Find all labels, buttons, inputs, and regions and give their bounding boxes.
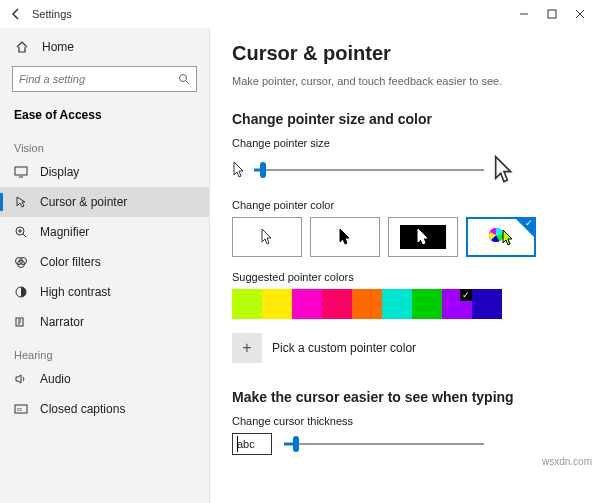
cursor-icon [14, 195, 28, 209]
pointer-color-label: Change pointer color [232, 199, 578, 211]
section-heading-size-color: Change pointer size and color [232, 111, 578, 127]
custom-color-button[interactable]: + [232, 333, 262, 363]
cursor-preview-text: abc [237, 438, 255, 450]
cc-icon: cc [14, 402, 28, 416]
nav-label: Magnifier [40, 225, 89, 239]
custom-color-label: Pick a custom pointer color [272, 341, 416, 355]
nav-color-filters[interactable]: Color filters [0, 247, 209, 277]
nav-label: Narrator [40, 315, 84, 329]
pointer-color-white[interactable] [232, 217, 302, 257]
svg-text:cc: cc [17, 406, 23, 412]
page-description: Make pointer, cursor, and touch feedback… [232, 75, 578, 87]
nav-narrator[interactable]: Narrator [0, 307, 209, 337]
nav-cursor-pointer[interactable]: Cursor & pointer [0, 187, 209, 217]
maximize-button[interactable] [538, 0, 566, 28]
color-swatch[interactable] [472, 289, 502, 319]
pointer-color-custom[interactable]: ✓ [466, 217, 536, 257]
contrast-icon [14, 285, 28, 299]
pointer-color-black[interactable] [310, 217, 380, 257]
cursor-thickness-label: Change cursor thickness [232, 415, 578, 427]
window-controls [510, 0, 594, 28]
nav-label: Audio [40, 372, 71, 386]
nav-label: Cursor & pointer [40, 195, 127, 209]
search-box[interactable] [12, 66, 197, 92]
check-icon: ✓ [460, 289, 472, 301]
titlebar: Settings [0, 0, 600, 28]
svg-point-2 [180, 75, 187, 82]
nav-label: High contrast [40, 285, 111, 299]
section-heading-cursor: Make the cursor easier to see when typin… [232, 389, 578, 405]
nav-label: Closed captions [40, 402, 125, 416]
nav-display[interactable]: Display [0, 157, 209, 187]
page-title: Cursor & pointer [232, 42, 578, 65]
pointer-size-slider[interactable] [254, 161, 484, 179]
close-button[interactable] [566, 0, 594, 28]
nav-audio[interactable]: Audio [0, 364, 209, 394]
svg-line-7 [23, 234, 26, 237]
svg-rect-1 [548, 10, 556, 18]
group-header-hearing: Hearing [0, 337, 209, 364]
svg-line-3 [186, 81, 189, 84]
nav-closed-captions[interactable]: cc Closed captions [0, 394, 209, 424]
back-button[interactable] [6, 4, 26, 24]
nav-magnifier[interactable]: Magnifier [0, 217, 209, 247]
home-label: Home [42, 40, 74, 54]
pointer-color-options: ✓ [232, 217, 578, 257]
watermark: wsxdn.com [542, 456, 592, 467]
color-swatch[interactable] [232, 289, 262, 319]
audio-icon [14, 372, 28, 386]
breadcrumb: Ease of Access [0, 100, 209, 130]
group-header-vision: Vision [0, 130, 209, 157]
sidebar: Home Ease of Access Vision Display Curso… [0, 28, 210, 503]
search-input[interactable] [19, 73, 178, 85]
display-icon [14, 165, 28, 179]
cursor-small-icon [232, 161, 246, 179]
home-icon [14, 39, 30, 55]
suggested-colors-label: Suggested pointer colors [232, 271, 578, 283]
cursor-large-icon [492, 155, 516, 185]
main-content: Cursor & pointer Make pointer, cursor, a… [210, 28, 600, 503]
pointer-size-label: Change pointer size [232, 137, 578, 149]
home-link[interactable]: Home [0, 32, 209, 62]
cursor-preview-box: abc [232, 433, 272, 455]
color-filters-icon [14, 255, 28, 269]
minimize-button[interactable] [510, 0, 538, 28]
magnifier-icon [14, 225, 28, 239]
color-swatch[interactable] [322, 289, 352, 319]
nav-high-contrast[interactable]: High contrast [0, 277, 209, 307]
color-swatch[interactable] [412, 289, 442, 319]
svg-rect-4 [15, 167, 27, 175]
color-swatch[interactable] [262, 289, 292, 319]
color-swatch[interactable] [352, 289, 382, 319]
narrator-icon [14, 315, 28, 329]
check-icon: ✓ [525, 218, 533, 228]
pointer-color-inverted[interactable] [388, 217, 458, 257]
color-swatch[interactable]: ✓ [442, 289, 472, 319]
color-swatch[interactable] [292, 289, 322, 319]
suggested-colors: ✓ [232, 289, 578, 319]
cursor-thickness-slider[interactable] [284, 435, 484, 453]
app-title: Settings [32, 8, 510, 20]
search-icon [178, 73, 190, 85]
nav-label: Display [40, 165, 79, 179]
nav-label: Color filters [40, 255, 101, 269]
color-swatch[interactable] [382, 289, 412, 319]
